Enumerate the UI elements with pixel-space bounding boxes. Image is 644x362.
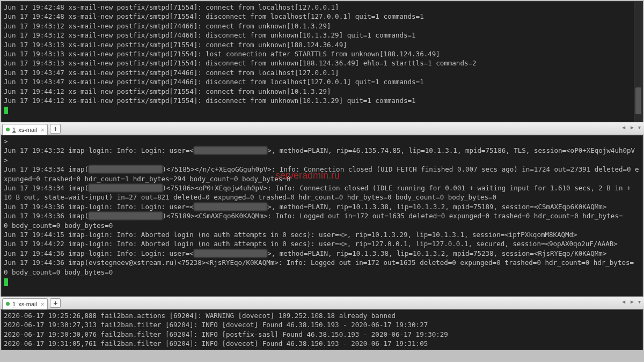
log-line: Jun 17 19:44:15 imap-login: Info: Aborte… (4, 230, 640, 239)
log-line: xpunged=0 trashed=0 hdr_count=1 hdr_byte… (4, 174, 640, 183)
log-line: Jun 17 19:44:12 xs-mail-new postfix/smtp… (4, 87, 640, 96)
nav-left-icon[interactable]: ◄ (621, 124, 626, 130)
tab-title-label: xs-mail (18, 301, 37, 307)
scrollbar[interactable] (634, 2, 642, 122)
log-line: Jun 17 19:43:47 xs-mail-new postfix/smtp… (4, 68, 640, 77)
log-line: Jun 17 19:43:13 xs-mail-new postfix/smtp… (4, 58, 640, 68)
log-line: 10 B out, state=wait-input) in=27 out=82… (4, 193, 640, 202)
log-line: 0 body_count=0 body_bytes=0 (4, 221, 640, 230)
log-line: Jun 17 19:43:12 xs-mail-new postfix/smtp… (4, 21, 640, 31)
add-tab-button[interactable]: + (50, 298, 61, 308)
tab-nav: ◄ ► ▾ (621, 299, 641, 305)
log-line: 2020-06-17 19:31:05,761 fail2ban.filter … (4, 339, 640, 348)
tab-nav: ◄ ► ▾ (621, 124, 641, 130)
log-line: Jun 17 19:42:48 xs-mail-new postfix/smtp… (4, 3, 640, 12)
scrollbar-thumb[interactable] (635, 87, 641, 114)
log-line: Jun 17 19:43:36 imap-login: Info: Login:… (4, 202, 640, 211)
tab-number: 1 (12, 127, 16, 133)
fail2ban-log-content: 2020-06-17 19:25:26,888 fail2ban.actions… (2, 310, 642, 350)
tab-bar-middle: 1 xs-mail × + ◄ ► ▾ (0, 122, 644, 135)
nav-right-icon[interactable]: ► (630, 124, 635, 130)
tab-number: 1 (12, 301, 16, 307)
log-line: > (4, 137, 640, 146)
close-icon[interactable]: × (40, 301, 44, 307)
log-line: Jun 17 19:43:13 xs-mail-new postfix/smtp… (4, 40, 640, 49)
log-line: 2020-06-17 19:30:30,076 fail2ban.filter … (4, 330, 640, 339)
log-line: > (4, 156, 640, 165)
add-tab-button[interactable]: + (50, 124, 61, 134)
status-dot-icon (6, 302, 10, 306)
nav-down-icon[interactable]: ▾ (638, 124, 641, 130)
tab-xs-mail[interactable]: 1 xs-mail × (2, 124, 48, 135)
nav-left-icon[interactable]: ◄ (621, 299, 626, 305)
log-line: Jun 17 19:44:36 imap(evstegneev@xstream.… (4, 258, 640, 267)
log-line: Jun 17 19:43:34 imap(xxxxxxxxxxxxxxxxxx)… (4, 165, 640, 174)
log-line: Jun 17 19:43:12 xs-mail-new postfix/smtp… (4, 31, 640, 40)
terminal-pane-postfix: Jun 17 19:42:48 xs-mail-new postfix/smtp… (1, 1, 643, 122)
tab-xs-mail[interactable]: 1 xs-mail × (2, 298, 48, 309)
log-line: 0 body_count=0 body_bytes=0 (4, 268, 640, 277)
terminal-pane-fail2ban: 2020-06-17 19:25:26,888 fail2ban.actions… (1, 309, 643, 350)
log-line: Jun 17 19:44:36 imap-login: Info: Login:… (4, 249, 640, 258)
cursor-icon (4, 107, 8, 114)
log-line: Jun 17 19:42:48 xs-mail-new postfix/smtp… (4, 12, 640, 21)
log-line: Jun 17 19:43:36 imap(xxxxxxxxxxxxxxxxxx)… (4, 211, 640, 220)
log-line: Jun 17 19:44:22 imap-login: Info: Aborte… (4, 239, 640, 248)
log-line: Jun 17 19:43:13 xs-mail-new postfix/smtp… (4, 49, 640, 58)
nav-right-icon[interactable]: ► (630, 299, 635, 305)
terminal-pane-imap: serveradmin.ru > Jun 17 19:43:32 imap-lo… (1, 135, 643, 297)
imap-log-content: > Jun 17 19:43:32 imap-login: Info: Logi… (2, 136, 642, 287)
tab-bar-bottom: 1 xs-mail × + ◄ ► ▾ (0, 297, 644, 309)
log-line: Jun 17 19:43:32 imap-login: Info: Login:… (4, 146, 640, 155)
status-dot-icon (6, 128, 10, 131)
close-icon[interactable]: × (40, 127, 44, 133)
postfix-log-content: Jun 17 19:42:48 xs-mail-new postfix/smtp… (2, 2, 642, 116)
log-line: Jun 17 19:43:47 xs-mail-new postfix/smtp… (4, 77, 640, 86)
log-line: Jun 17 19:44:12 xs-mail-new postfix/smtp… (4, 96, 640, 105)
log-line: 2020-06-17 19:30:27,313 fail2ban.filter … (4, 320, 640, 329)
cursor-icon (4, 278, 8, 286)
nav-down-icon[interactable]: ▾ (638, 299, 641, 305)
log-line: Jun 17 19:43:34 imap(xxxxxxxxxxxxxxxxxx)… (4, 183, 640, 193)
tab-title-label: xs-mail (18, 127, 37, 133)
log-line: 2020-06-17 19:25:26,888 fail2ban.actions… (4, 311, 640, 320)
